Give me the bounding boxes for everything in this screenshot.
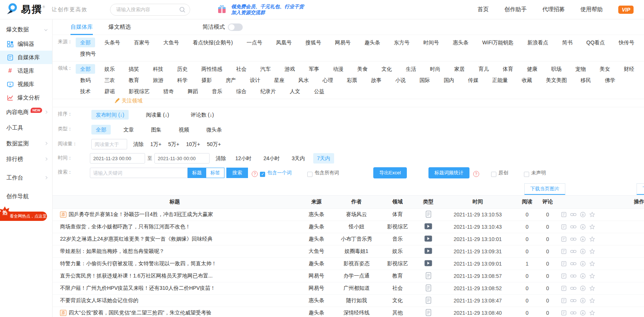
source-option[interactable]: 搜狗号 — [76, 49, 100, 58]
export-excel-button[interactable]: 导出Excel — [373, 167, 407, 178]
nav-item[interactable]: 首页 — [477, 6, 489, 13]
domain-option[interactable]: 两性情感 — [197, 64, 227, 74]
contains-any-label[interactable]: 包含一个词 — [267, 168, 292, 178]
source-option[interactable]: 搜狐号 — [301, 38, 326, 47]
type-option[interactable]: 文章 — [119, 125, 138, 134]
article-title-link[interactable]: 不要背后说女人坏话她会记住你的 — [60, 297, 138, 304]
type-option[interactable]: 全部 — [91, 125, 111, 134]
collect-icon[interactable] — [561, 248, 567, 254]
source-option[interactable]: 看点快报(企鹅号) — [188, 38, 237, 47]
favorite-star-icon[interactable] — [589, 298, 595, 304]
domain-option[interactable]: 生活 — [401, 64, 421, 74]
domain-option[interactable]: 三农 — [100, 75, 119, 85]
sidebar-item-video-library[interactable]: 视频库 — [0, 77, 52, 91]
sidebar-item-editor[interactable]: 编辑器 — [0, 37, 52, 51]
sidebar-item-tools[interactable]: 小工具 — [0, 120, 52, 136]
download-icon[interactable] — [580, 310, 586, 316]
link-icon[interactable] — [570, 285, 577, 291]
download-icon[interactable] — [580, 285, 586, 291]
vip-badge[interactable]: VIP — [618, 6, 634, 14]
logo[interactable]: 易撰 ® 让创作更高效 — [5, 2, 88, 17]
link-icon[interactable] — [570, 248, 577, 254]
search-icon[interactable] — [179, 6, 186, 15]
collect-icon[interactable] — [561, 212, 567, 218]
source-option[interactable]: WiFi万能钥匙 — [478, 38, 518, 47]
source-option[interactable]: 网易号 — [330, 38, 355, 47]
domain-option[interactable]: 小说 — [391, 75, 410, 85]
source-option[interactable]: 趣头条 — [360, 38, 384, 47]
domain-option[interactable]: 宠物 — [571, 64, 590, 74]
keyword-input[interactable] — [90, 168, 188, 178]
domain-option[interactable]: 科学 — [173, 75, 192, 85]
help-icon[interactable]: ? — [473, 171, 479, 177]
time-clear-button[interactable]: 清除 — [216, 153, 226, 164]
simple-mode-toggle[interactable] — [228, 23, 243, 31]
domain-option[interactable]: 美食 — [353, 64, 372, 74]
sort-option[interactable]: 发布时间 (↓) — [91, 110, 129, 120]
contains-all-checkbox[interactable] — [307, 172, 312, 177]
source-option[interactable]: 大鱼号 — [159, 38, 183, 47]
original-checkbox[interactable] — [491, 172, 496, 177]
domain-option[interactable]: 摄影 — [197, 75, 216, 85]
download-icon[interactable] — [580, 212, 586, 218]
domain-option[interactable]: 旅游 — [148, 75, 168, 85]
domain-option[interactable]: 搞笑 — [124, 64, 144, 74]
favorite-star-icon[interactable] — [589, 261, 595, 267]
contains-all-label[interactable]: 包含所有词 — [315, 168, 339, 178]
favorite-star-icon[interactable] — [589, 273, 595, 279]
sidebar-item-baowen-data[interactable]: 爆文数据 — [0, 22, 52, 37]
sort-option[interactable]: 阅读量 (↓) — [141, 110, 173, 120]
reads-preset[interactable]: 10万+ — [186, 139, 200, 149]
search-by-tag-button[interactable]: 标签 — [206, 168, 224, 178]
search-button[interactable]: 搜索 — [226, 168, 248, 178]
source-option[interactable]: 惠头条 — [448, 38, 473, 47]
domain-option[interactable]: 教育 — [124, 75, 144, 85]
type-option[interactable]: 视频 — [174, 125, 194, 134]
link-icon[interactable] — [570, 236, 577, 242]
download-icon[interactable] — [580, 261, 586, 267]
article-title-link[interactable]: 不限户籍！广州九价HPV疫苗又来啦！还有310人份二价HPV疫苗！ — [60, 285, 216, 292]
domain-option[interactable]: 公益 — [310, 86, 329, 96]
domain-option[interactable]: 国内 — [439, 75, 459, 85]
domain-option[interactable]: 体育 — [498, 64, 518, 74]
domain-option[interactable]: 游戏 — [280, 64, 299, 74]
domain-option[interactable]: 财经 — [619, 64, 639, 74]
domain-option[interactable]: 动漫 — [329, 64, 348, 74]
download-icon[interactable] — [580, 298, 586, 304]
collect-icon[interactable] — [561, 298, 567, 304]
download-icon[interactable] — [580, 248, 586, 254]
download-icon[interactable] — [580, 273, 586, 279]
original-label[interactable]: 原创 — [499, 168, 508, 178]
undeclared-label[interactable]: 未声明 — [531, 168, 546, 178]
domain-option[interactable]: 风水 — [294, 75, 313, 85]
time-preset[interactable]: 12小时 — [232, 153, 255, 164]
source-option[interactable]: 全部 — [76, 38, 95, 47]
domain-option[interactable]: 历史 — [173, 64, 192, 74]
domain-option[interactable]: 科技 — [148, 64, 168, 74]
source-option[interactable]: QQ看点 — [582, 38, 609, 47]
article-title-link[interactable]: 四大“公投”胶着，国民党估“坐二望三抢四”，朱立伦威望受考验 — [69, 310, 211, 316]
link-icon[interactable] — [570, 224, 577, 230]
domain-option[interactable]: 文化 — [377, 64, 396, 74]
download-icon[interactable] — [580, 224, 586, 230]
domain-option[interactable]: 彩票 — [342, 75, 362, 85]
domain-option[interactable]: 音乐 — [207, 86, 227, 96]
domain-option[interactable]: 正能量 — [488, 75, 512, 85]
domain-option[interactable]: 军事 — [304, 64, 324, 74]
sidebar-item-baowen-analysis[interactable]: 爆文分析 — [0, 91, 52, 104]
favorite-star-icon[interactable] — [589, 224, 595, 230]
source-option[interactable]: 一点号 — [242, 38, 267, 47]
domain-option[interactable]: 房产 — [221, 75, 241, 85]
domain-option[interactable]: 传媒 — [464, 75, 483, 85]
undeclared-checkbox[interactable] — [524, 172, 529, 177]
help-icon[interactable]: ? — [252, 171, 258, 177]
article-title-link[interactable]: 特警力量：小偷街头行窃被发现，女特警出现以一敌四，简直太帅！ — [60, 260, 217, 267]
domain-option[interactable]: 星座 — [270, 75, 289, 85]
reads-clear-button[interactable]: 清除 — [133, 139, 144, 149]
tab-hot-articles[interactable]: 爆文精选 — [109, 19, 131, 35]
domain-option[interactable]: 汽车 — [256, 64, 275, 74]
domain-option[interactable]: 数码 — [76, 75, 95, 85]
domain-option[interactable]: 移民 — [576, 75, 596, 85]
domain-option[interactable]: 舞蹈 — [183, 86, 202, 96]
favorite-star-icon[interactable] — [589, 248, 595, 254]
